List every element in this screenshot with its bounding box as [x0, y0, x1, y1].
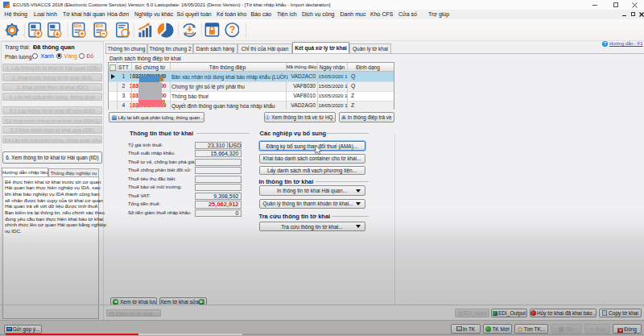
- svg-text:?: ?: [229, 24, 236, 35]
- svg-text:IDA: IDA: [74, 23, 82, 28]
- svg-text:IDA: IDA: [96, 23, 104, 28]
